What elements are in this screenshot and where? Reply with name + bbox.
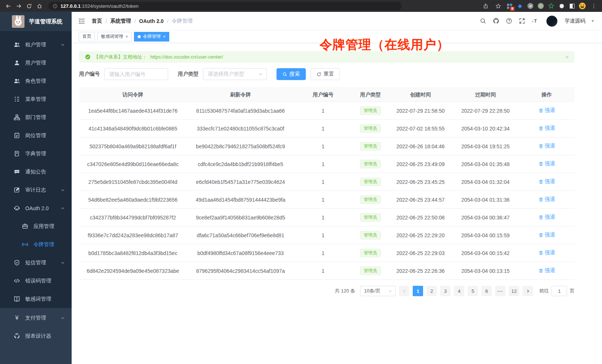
force-logout-button[interactable]: 强退: [539, 232, 555, 238]
page-size-select[interactable]: 10条/页: [360, 286, 396, 296]
extension-grid-icon[interactable]: 9: [506, 3, 513, 9]
force-logout-button[interactable]: 强退: [539, 196, 555, 203]
star-extension-icon[interactable]: [548, 3, 554, 9]
next-page-button[interactable]: [523, 286, 533, 296]
sidebar-item-岗位管理[interactable]: 岗位管理: [0, 126, 72, 145]
sidebar-collapse-icon[interactable]: [78, 17, 86, 25]
force-logout-button[interactable]: 强退: [539, 249, 555, 256]
extensions-puzzle-icon[interactable]: [558, 3, 565, 9]
share-icon[interactable]: [481, 1, 490, 10]
round-extension-icon[interactable]: [527, 3, 534, 9]
sidebar-item-短信管理[interactable]: 短信管理: [0, 254, 72, 272]
browser-reload-icon[interactable]: [24, 1, 33, 10]
logo-rabbit-image: [12, 15, 24, 28]
page-button-5[interactable]: 5: [468, 286, 478, 296]
sidebar-item-敏感词管理[interactable]: 敏感词管理: [0, 290, 72, 308]
app-logo[interactable]: 芋道管理系统: [0, 12, 72, 31]
tag-close-icon[interactable]: ×: [125, 34, 128, 39]
force-logout-button[interactable]: 强退: [539, 214, 555, 221]
page-button-12[interactable]: 12: [509, 286, 519, 296]
more-pages-button[interactable]: ···: [495, 286, 506, 296]
site-info-icon[interactable]: [53, 4, 58, 9]
user-type-cell: 管理员: [352, 138, 389, 155]
pie-icon: [13, 332, 20, 340]
user-type-badge: 管理员: [360, 249, 381, 257]
sidebar-item-用户管理[interactable]: 用户管理: [0, 54, 72, 72]
sidebar-item-部门管理[interactable]: 部门管理: [0, 108, 72, 126]
user-name[interactable]: 芋道源码: [565, 18, 585, 24]
force-logout-button[interactable]: 强退: [539, 143, 555, 149]
trash-icon: [539, 108, 543, 113]
page-button-3[interactable]: 3: [440, 286, 451, 296]
prev-page-button[interactable]: [399, 286, 409, 296]
sidebar-item-错误码管理[interactable]: 错误码管理: [0, 272, 72, 290]
force-logout-button[interactable]: 强退: [539, 107, 555, 114]
refresh-token-cell: b0df4980ffd34c67a08f9156e4eee733: [187, 244, 294, 262]
user-id-cell: 1: [294, 244, 352, 262]
force-logout-button[interactable]: 强退: [539, 178, 555, 185]
browser-back-icon[interactable]: [4, 1, 13, 10]
tag-令牌管理[interactable]: 令牌管理×: [134, 32, 169, 42]
force-logout-button[interactable]: 强退: [539, 267, 555, 274]
reset-button[interactable]: 重置: [311, 68, 340, 80]
page-button-4[interactable]: 4: [454, 286, 464, 296]
user-id-cell: 1: [294, 209, 352, 226]
address-bar[interactable]: 127.0.0.1:1024/system/oauth2/token: [48, 2, 402, 10]
alert-close-icon[interactable]: ×: [565, 54, 569, 60]
user-id-cell: 1: [294, 173, 352, 191]
tag-首页[interactable]: 首页: [79, 32, 95, 42]
user-id-cell: 1: [294, 155, 352, 173]
doc-link[interactable]: https://doc.iocoder.cn/user-center/: [150, 54, 223, 60]
sidebar-item-令牌管理[interactable]: 令牌管理: [0, 235, 72, 254]
page-button-1[interactable]: 1: [413, 286, 423, 296]
text-size-icon[interactable]: TT: [531, 17, 539, 25]
browser-menu-icon[interactable]: ⋮: [589, 1, 598, 10]
sidebar-item-角色管理[interactable]: 角色管理: [0, 72, 72, 90]
sidebar-item-租户管理[interactable]: 租户管理: [0, 36, 72, 54]
goto-page-input[interactable]: [552, 286, 567, 296]
split-view-icon[interactable]: [569, 3, 575, 9]
sidebar-item-OAuth 2.0[interactable]: OAuth 2.0: [0, 199, 72, 217]
sidebar-item-字典管理[interactable]: 字典管理: [0, 145, 72, 163]
user-type-select[interactable]: 请选择用户类型: [203, 68, 267, 80]
breadcrumb-item[interactable]: 系统管理: [110, 18, 131, 24]
help-icon[interactable]: [505, 17, 513, 25]
breadcrumb-item[interactable]: 首页: [92, 18, 102, 24]
sidebar-item-通知公告[interactable]: 通知公告: [0, 163, 72, 181]
force-logout-label: 强退: [545, 249, 555, 256]
svg-text:T: T: [532, 20, 534, 23]
page-button-6[interactable]: 6: [481, 286, 492, 296]
search-button[interactable]: 搜索: [277, 68, 306, 80]
browser-forward-icon[interactable]: [14, 1, 23, 10]
user-avatar[interactable]: [546, 16, 557, 27]
chevron-up-icon: [60, 206, 65, 211]
table-header-row: 访问令牌刷新令牌用户编号用户类型创建时间过期时间操作: [79, 88, 575, 102]
sidebar-item-应用管理[interactable]: 应用管理: [0, 217, 72, 235]
sidebar-item-支付管理[interactable]: ¥支付管理: [0, 309, 72, 327]
search-icon[interactable]: [479, 17, 487, 25]
refresh-token-cell: 49d1aa46d1454fbd87591444423be9fa: [187, 191, 294, 209]
user-id-input[interactable]: [104, 68, 168, 80]
browser-home-icon[interactable]: [35, 1, 44, 10]
green-dot-extension-icon[interactable]: [537, 3, 544, 9]
action-cell: 强退: [519, 191, 575, 209]
force-logout-button[interactable]: 强退: [539, 161, 555, 167]
force-logout-button[interactable]: 强退: [539, 125, 555, 132]
bookmark-star-icon[interactable]: [494, 1, 503, 10]
sidebar-item-报表设计器[interactable]: 报表设计器: [0, 327, 72, 345]
action-cell: 强退: [519, 120, 575, 138]
tag-敏感词管理[interactable]: 敏感词管理×: [97, 32, 132, 42]
profile-avatar-icon[interactable]: [579, 3, 586, 9]
create-time-cell: 2022-06-25 22:29:03: [389, 244, 452, 262]
fullscreen-icon[interactable]: [518, 17, 526, 25]
page-button-2[interactable]: 2: [426, 286, 437, 296]
chevron-down-icon: [60, 316, 65, 320]
tag-close-icon[interactable]: ×: [163, 34, 166, 39]
github-icon[interactable]: [492, 17, 500, 25]
user-menu-caret-icon[interactable]: [591, 19, 595, 23]
sidebar-item-菜单管理[interactable]: 菜单管理: [0, 90, 72, 108]
gem-extension-icon[interactable]: ◆: [517, 3, 523, 9]
access-token-cell: 54d6be82ee5a460a9aedc1f9bf223656: [79, 191, 187, 209]
sidebar-item-审计日志[interactable]: 审计日志: [0, 181, 72, 199]
breadcrumb-item[interactable]: OAuth 2.0: [139, 18, 164, 24]
